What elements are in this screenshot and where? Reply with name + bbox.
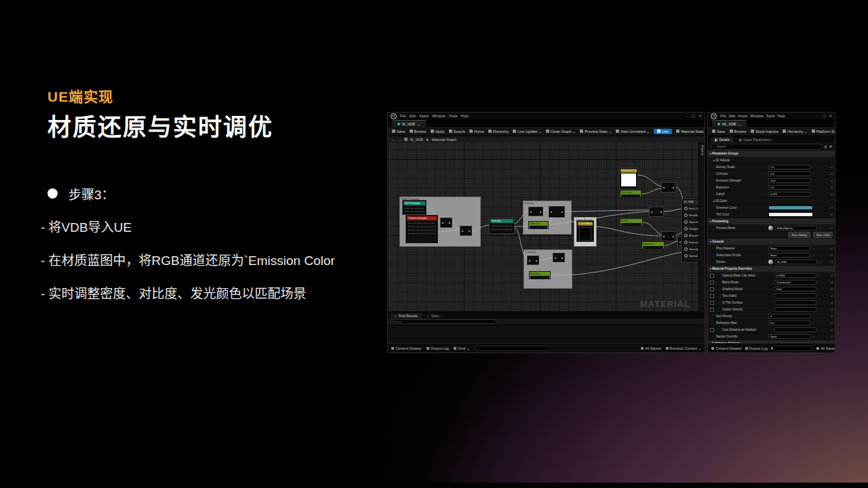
property-value-field[interactable]: EditorSphere	[775, 226, 817, 230]
chevron-down-icon[interactable]: ⌄	[819, 226, 822, 230]
property-row[interactable]: Save Sibling Save Child ⌄ Save Sibling S…	[708, 232, 835, 239]
ue-logo-icon[interactable]: U	[391, 113, 397, 119]
minimize-icon[interactable]: –	[816, 114, 818, 118]
graph-node-multiply[interactable]	[662, 232, 675, 241]
reset-to-default-icon[interactable]: ↺	[831, 281, 833, 284]
toolbar-button[interactable]: Platform Stats	[812, 129, 835, 134]
toolbar-button[interactable]: Save	[392, 129, 406, 134]
property-row[interactable]: Output Velocity ⌄ Output Velocity ↺	[708, 306, 835, 313]
property-row[interactable]: 02 Color ⌄ 02 Color ↺	[708, 198, 835, 205]
menu-item[interactable]: File	[720, 114, 726, 118]
property-row[interactable]: Cast Shadow as Masked ⌄ Cast Shadow as M…	[708, 327, 835, 333]
output-pin[interactable]: Normal	[683, 252, 698, 259]
graph-node-scalar-param[interactable]: Exposure	[642, 241, 665, 249]
output-pin[interactable]: Base Color	[683, 205, 698, 211]
property-value-field[interactable]: 0.0	[768, 321, 810, 325]
property-row[interactable]: Contrast 1.0 ⌄ Contrast 1.0 ↺	[708, 171, 835, 178]
toolbar-button[interactable]: Search	[449, 129, 465, 134]
graph-node-multiply[interactable]	[529, 207, 542, 216]
material-node-graph[interactable]: VDB Channels Density Curve Remap Contras…	[388, 142, 698, 312]
reset-to-default-icon[interactable]: ↺	[831, 294, 833, 298]
graph-node-multiply[interactable]	[650, 207, 663, 216]
reset-to-default-icon[interactable]: ↺	[831, 253, 833, 257]
menu-item[interactable]: Tools	[766, 114, 775, 118]
save-sibling-button[interactable]: Save Sibling	[788, 232, 810, 238]
toolbar-button[interactable]: Live Update ⌄	[513, 129, 542, 134]
property-row[interactable]: Opacity Mask Clip Value 0.3333 ⌄ Opacity…	[708, 272, 835, 279]
palette-side-tab[interactable]: Palette	[698, 142, 705, 312]
reset-to-default-icon[interactable]: ↺	[831, 260, 833, 264]
status-bar-button[interactable]: All Saved	[816, 346, 835, 350]
asset-thumbnail[interactable]	[768, 260, 773, 264]
graph-node-vector-param[interactable]: EmissionColor	[620, 168, 637, 188]
details-search-input[interactable]: ○ Search	[711, 144, 822, 150]
graph-node-svt-sample[interactable]: SVT Sample	[403, 201, 426, 214]
property-row[interactable]: Density Scale 1.0 ⌄ Density Scale 1.0 ↺	[708, 164, 835, 171]
property-row[interactable]: Emission Strength 10.0 ⌄ Emission Streng…	[708, 178, 835, 184]
reset-to-default-icon[interactable]: ↺	[831, 321, 833, 325]
toolbar-button[interactable]: Save	[712, 129, 726, 134]
toolbar-button[interactable]: Show Inactive	[751, 129, 778, 134]
property-value-field[interactable]: M_VDB	[775, 260, 817, 264]
reset-to-default-icon[interactable]: ↺	[831, 301, 833, 304]
toolbar-button[interactable]: Clean Graph ⌄	[546, 129, 576, 134]
toolbar-button[interactable]: Browse	[730, 129, 747, 134]
asset-tab[interactable]: MI_VDB ⌄	[712, 120, 747, 127]
minimize-icon[interactable]: –	[686, 114, 688, 118]
property-row[interactable]: Sort Priority 0 ⌄ Sort Priority 0 ↺	[708, 313, 835, 320]
graph-node-multiply[interactable]	[460, 226, 471, 235]
property-value-field[interactable]: 10.0	[768, 178, 810, 183]
property-value-field[interactable]	[774, 300, 816, 305]
property-value-field[interactable]: None	[768, 246, 810, 251]
property-row[interactable]: Subsurface Profile None ⌄ Subsurface Pro…	[708, 252, 835, 259]
chevron-down-icon[interactable]: ⌄	[812, 253, 815, 257]
property-value-field[interactable]	[774, 307, 816, 312]
menu-item[interactable]: Window	[750, 114, 764, 118]
status-bar-button[interactable]: Output Log	[745, 346, 768, 350]
breadcrumb-page[interactable]: Material Graph	[432, 138, 456, 142]
property-row[interactable]: Refraction Bias 0.0 ⌄ Refraction Bias 0.…	[708, 320, 835, 327]
tab-caret-icon[interactable]: ⌄	[417, 122, 420, 126]
reset-to-default-icon[interactable]: ↺	[831, 287, 833, 291]
filter-icon[interactable]: ▥	[824, 144, 827, 148]
property-row[interactable]: Tint Color ⌄ Tint Color ↺	[708, 211, 835, 218]
nav-forward-icon[interactable]: →	[398, 138, 402, 142]
chevron-down-icon[interactable]: ⌄	[819, 260, 822, 264]
ue-logo-icon[interactable]: U	[711, 113, 717, 119]
nav-back-icon[interactable]: ←	[391, 138, 395, 142]
output-pin[interactable]: Emissive Color	[683, 239, 698, 245]
override-checkbox[interactable]	[710, 287, 714, 291]
property-row[interactable]: Blend Mode Translucent ⌄ Blend Mode Tran…	[708, 279, 835, 286]
graph-node-scalar-param[interactable]: Falloff	[620, 218, 643, 226]
maximize-icon[interactable]: ▢	[822, 114, 825, 118]
save-child-button[interactable]: Save Child	[813, 232, 833, 238]
material-output-node[interactable]: M_VDB Base Color Me	[682, 199, 698, 262]
reset-to-default-icon[interactable]: ↺	[831, 247, 833, 250]
property-value-field[interactable]: None	[768, 253, 810, 258]
panel-tab[interactable]: ◧ Details	[711, 137, 734, 142]
property-row[interactable]: Exposure 1.0 ⌄ Exposure 1.0 ↺	[708, 184, 835, 191]
graph-node-multiply[interactable]	[549, 207, 564, 217]
breadcrumb-asset[interactable]: M_VDB	[410, 138, 423, 142]
override-checkbox[interactable]	[710, 301, 714, 305]
status-bar-button[interactable]: Output Log	[427, 346, 449, 350]
toolbar-button[interactable]: Hierarchy ⌄	[783, 129, 808, 134]
status-bar-button[interactable]: Content Drawer	[711, 346, 742, 350]
menu-item[interactable]: Window	[432, 114, 446, 118]
graph-node-curve-atlas[interactable]: CurveAtlas	[577, 221, 593, 241]
output-pin[interactable]: Opacity	[683, 245, 698, 252]
property-value-field[interactable]: 1.0	[768, 185, 810, 190]
close-icon[interactable]: ✕	[829, 114, 832, 118]
toolbar-button[interactable]: Home	[469, 129, 484, 134]
find-search-input[interactable]: Search	[391, 319, 496, 324]
chevron-down-icon[interactable]: ⌄	[812, 335, 815, 338]
property-value-field[interactable]: 0.225	[768, 192, 810, 197]
status-bar-button[interactable]: Content Drawer	[391, 346, 422, 350]
toolbar-button[interactable]: Preview State ⌄	[580, 129, 612, 134]
gear-icon[interactable]: ✱	[829, 144, 832, 148]
property-row[interactable]: Shading Model Unlit ⌄ Shading Model Unli…	[708, 286, 835, 293]
property-row[interactable]: Is Thin Surface ⌄ Is Thin Surface ↺	[708, 300, 835, 306]
console-input[interactable]	[772, 346, 812, 351]
toolbar-button[interactable]: Apply	[431, 129, 445, 134]
reset-to-default-icon[interactable]: ↺	[831, 186, 833, 189]
